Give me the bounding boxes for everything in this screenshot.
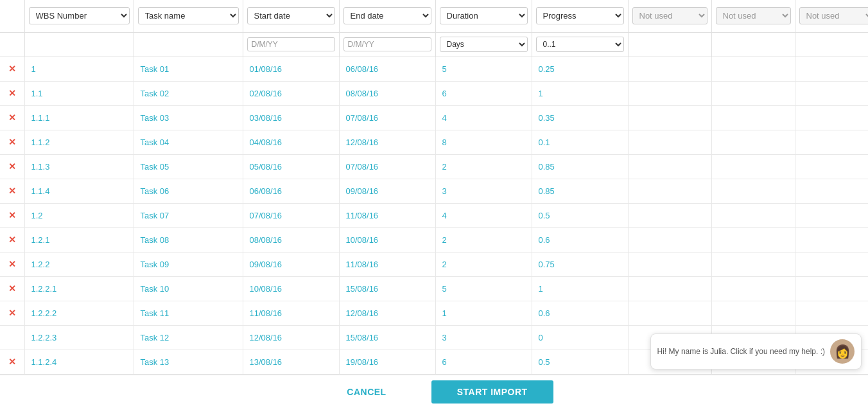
notused3-col-select[interactable]: Not used (799, 7, 869, 24)
duration-cell: 4 (435, 105, 532, 130)
delete-cell[interactable]: ✕ (0, 203, 24, 227)
progress-cell: 0.6 (532, 227, 628, 252)
notused1-col-select[interactable]: Not used (632, 7, 707, 24)
delete-cell[interactable]: ✕ (0, 130, 24, 154)
delete-icon[interactable]: ✕ (8, 88, 16, 98)
task-cell: Task 13 (134, 350, 243, 374)
task-cell: Task 04 (134, 130, 243, 154)
end-cell: 12/08/16 (339, 301, 435, 325)
import-table: WBS Number Task name (0, 0, 868, 375)
delete-icon[interactable]: ✕ (8, 112, 16, 123)
end-format-input[interactable]: D/M/YY (343, 37, 431, 51)
notused-cell (711, 130, 795, 154)
start-cell: 05/08/16 (243, 154, 339, 179)
notused-cell (795, 130, 868, 154)
progress-cell: 0.85 (532, 154, 628, 179)
delete-cell[interactable]: ✕ (0, 252, 24, 276)
delete-cell[interactable]: ✕ (0, 57, 24, 81)
delete-icon[interactable]: ✕ (8, 210, 16, 220)
progress-col-select[interactable]: Progress (536, 7, 624, 24)
delete-icon[interactable]: ✕ (8, 64, 16, 74)
progress-cell: 0 (532, 325, 628, 350)
notused-cell (711, 57, 795, 81)
delete-icon[interactable]: ✕ (8, 308, 16, 318)
task-cell: Task 01 (134, 57, 243, 81)
start-cell: 04/08/16 (243, 130, 339, 154)
progress-col-header: Progress (532, 0, 628, 32)
start-col-header: Start date (243, 0, 339, 32)
wbs-cell: 1.1.4 (24, 179, 134, 203)
subheader-delete (0, 32, 24, 57)
delete-icon[interactable]: ✕ (8, 259, 16, 269)
delete-cell[interactable]: ✕ (0, 154, 24, 179)
progress-cell: 0.75 (532, 252, 628, 276)
delete-cell[interactable]: ✕ (0, 179, 24, 203)
progress-cell: 0.35 (532, 105, 628, 130)
notused-cell (795, 105, 868, 130)
delete-icon[interactable]: ✕ (8, 357, 16, 367)
duration-cell: 6 (435, 81, 532, 105)
start-cell: 01/08/16 (243, 57, 339, 81)
notused2-col-select[interactable]: Not used (716, 7, 791, 24)
start-cell: 09/08/16 (243, 252, 339, 276)
duration-col-select[interactable]: Duration (440, 7, 528, 24)
task-cell: Task 08 (134, 227, 243, 252)
task-cell: Task 11 (134, 301, 243, 325)
subheader-notused1 (628, 32, 711, 57)
subheader-notused3 (795, 32, 868, 57)
chat-widget[interactable]: Hi! My name is Julia. Click if you need … (650, 333, 862, 369)
table-row: ✕1.1.2Task 0404/08/1612/08/1680.1 (0, 130, 868, 154)
end-cell: 12/08/16 (339, 130, 435, 154)
notused-cell (628, 301, 711, 325)
start-import-button[interactable]: START IMPORT (431, 380, 553, 404)
progress-cell: 0.5 (532, 350, 628, 374)
progress-cell: 0.5 (532, 203, 628, 227)
end-cell: 10/08/16 (339, 227, 435, 252)
start-col-select[interactable]: Start date (247, 7, 335, 24)
delete-cell[interactable]: ✕ (0, 276, 24, 301)
delete-cell[interactable]: ✕ (0, 81, 24, 105)
duration-unit-select[interactable]: Days Hours Weeks (440, 37, 528, 52)
delete-cell[interactable]: ✕ (0, 301, 24, 325)
notused-cell (628, 227, 711, 252)
task-cell: Task 03 (134, 105, 243, 130)
delete-icon[interactable]: ✕ (8, 161, 16, 172)
wbs-cell: 1.2 (24, 203, 134, 227)
wbs-cell: 1.1.2.4 (24, 350, 134, 374)
cancel-button[interactable]: CANCEL (315, 380, 418, 404)
subheader-end: D/M/YY (339, 32, 435, 57)
delete-cell[interactable]: ✕ (0, 105, 24, 130)
duration-cell: 2 (435, 154, 532, 179)
end-col-select[interactable]: End date (343, 7, 431, 24)
subheader-task (134, 32, 243, 57)
start-format-input[interactable]: D/M/YY (247, 37, 335, 51)
start-cell: 07/08/16 (243, 203, 339, 227)
notused-cell (628, 130, 711, 154)
delete-icon[interactable]: ✕ (8, 283, 16, 294)
delete-icon[interactable]: ✕ (8, 235, 16, 245)
end-cell: 11/08/16 (339, 252, 435, 276)
notused-cell (711, 179, 795, 203)
wbs-col-select[interactable]: WBS Number (29, 7, 130, 24)
progress-cell: 0.85 (532, 179, 628, 203)
delete-icon[interactable]: ✕ (8, 186, 16, 196)
duration-cell: 2 (435, 252, 532, 276)
notused-cell (628, 276, 711, 301)
table-area[interactable]: WBS Number Task name (0, 0, 868, 375)
task-cell: Task 09 (134, 252, 243, 276)
delete-cell[interactable]: ✕ (0, 227, 24, 252)
task-cell: Task 12 (134, 325, 243, 350)
start-cell: 06/08/16 (243, 179, 339, 203)
wbs-cell: 1.1.1 (24, 105, 134, 130)
delete-cell[interactable]: ✕ (0, 350, 24, 374)
notused-cell (711, 203, 795, 227)
start-cell: 03/08/16 (243, 105, 339, 130)
progress-range-select[interactable]: 0..1 0..100 (536, 37, 624, 52)
notused-cell (795, 154, 868, 179)
task-cell: Task 07 (134, 203, 243, 227)
progress-cell: 0.1 (532, 130, 628, 154)
notused-cell (795, 252, 868, 276)
task-col-select[interactable]: Task name (138, 7, 239, 24)
delete-icon[interactable]: ✕ (8, 137, 16, 147)
task-cell: Task 06 (134, 179, 243, 203)
